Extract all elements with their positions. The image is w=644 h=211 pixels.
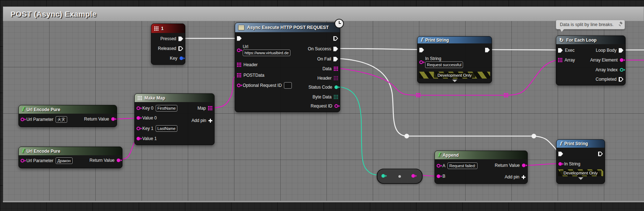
pin-url[interactable]: Url https://www.virtualbird.de <box>237 45 290 56</box>
string-pin-icon[interactable] <box>137 127 140 130</box>
int-pin-icon[interactable] <box>334 85 338 89</box>
string-pin-icon[interactable] <box>137 106 140 110</box>
node-to-string-conversion[interactable] <box>377 169 423 184</box>
node-append[interactable]: f Append A Request failed: B Return Valu… <box>435 151 528 184</box>
pin-status-code[interactable]: Status Code <box>308 84 338 91</box>
exec-pin-icon[interactable] <box>619 77 623 82</box>
pin-exec-in[interactable] <box>558 150 563 157</box>
exec-pin-icon[interactable] <box>333 36 338 41</box>
pin-in-string[interactable]: In String Request successful <box>419 56 463 68</box>
pin-key-0[interactable]: Key 0 FirstName <box>137 105 177 112</box>
node-url-encode-pure-1[interactable]: f Url Encode Pure Url Parameter 火灾 Retur… <box>18 105 117 127</box>
exec-pin-icon[interactable] <box>237 36 242 41</box>
exec-pin-icon[interactable] <box>333 47 338 51</box>
pin-completed[interactable]: Completed <box>596 76 623 83</box>
node-print-string-2[interactable]: f Print String In String Development Onl… <box>556 139 605 184</box>
node-for-each-loop-header[interactable]: ↻ For Each Loop <box>556 36 625 44</box>
pin-exec-out[interactable] <box>485 46 490 54</box>
exec-pin-icon[interactable] <box>598 152 603 156</box>
comment-title-bar[interactable]: POST (Async) Example <box>3 7 644 21</box>
pin-url-parameter[interactable]: Url Parameter 火灾 <box>21 116 67 123</box>
exec-pin-icon[interactable] <box>178 46 183 51</box>
pin-return-value[interactable]: Return Value <box>90 157 120 164</box>
pin-header-out[interactable]: Header <box>317 75 338 82</box>
exec-pin-icon[interactable] <box>333 57 338 62</box>
pin-b[interactable]: B <box>437 173 445 180</box>
pin-exec-out[interactable] <box>598 150 603 157</box>
string-pin-icon[interactable] <box>437 174 440 178</box>
expand-arrow-icon[interactable] <box>452 80 457 82</box>
string-pin-icon[interactable] <box>137 137 140 140</box>
node-keyboard-1[interactable]: 1 Pressed Released Key <box>151 24 185 65</box>
in-string-field[interactable]: Request successful <box>425 62 463 68</box>
pin-data[interactable]: Data <box>323 65 338 72</box>
map-pin-icon[interactable] <box>334 76 338 80</box>
string-pin-icon[interactable] <box>117 159 120 162</box>
pin-exec-in[interactable] <box>419 46 424 54</box>
string-pin-icon[interactable] <box>21 118 24 121</box>
exec-pin-icon[interactable] <box>558 152 563 156</box>
node-comment-bubble[interactable]: Data is split by line breaks. <box>556 20 625 29</box>
map-pin-icon[interactable] <box>334 67 338 71</box>
pin-released[interactable]: Released <box>158 45 183 52</box>
pushpin-icon[interactable] <box>619 22 622 26</box>
key-1-field[interactable]: LastName <box>156 125 177 132</box>
string-pin-icon[interactable] <box>21 159 24 163</box>
node-url-encode-pure-2[interactable]: f Url Encode Pure Url Parameter Дракон R… <box>18 147 122 168</box>
exec-pin-icon[interactable] <box>178 37 183 41</box>
string-pin-icon[interactable] <box>334 104 338 108</box>
pin-pressed[interactable]: Pressed <box>160 35 183 42</box>
pin-loop-body[interactable]: Loop Body <box>596 47 623 54</box>
plus-icon[interactable] <box>522 175 526 179</box>
url-parameter-field[interactable]: 火灾 <box>56 116 67 123</box>
pin-map-out[interactable]: Map <box>198 105 212 112</box>
pin-byte-data[interactable]: Byte Data <box>312 93 338 101</box>
string-pin-icon[interactable] <box>137 116 140 120</box>
string-pin-icon[interactable] <box>620 58 623 62</box>
map-pin-icon[interactable] <box>237 73 241 77</box>
expand-arrow-icon[interactable] <box>578 177 583 180</box>
url-parameter-field[interactable]: Дракон <box>56 157 73 164</box>
node-make-map-header[interactable]: Make Map <box>135 94 214 102</box>
string-pin-icon[interactable] <box>522 164 526 167</box>
node-print-string-2-header[interactable]: f Print String <box>557 140 605 148</box>
map-pin-icon[interactable] <box>237 63 241 67</box>
node-async-post[interactable]: Async Execute HTTP POST REQUEST Url http… <box>235 22 340 112</box>
pin-array[interactable]: Array <box>558 56 575 64</box>
node-url-encode-pure-1-header[interactable]: f Url Encode Pure <box>19 105 117 114</box>
array-pin-icon[interactable] <box>334 95 338 99</box>
pin-exec-in[interactable] <box>237 35 242 42</box>
node-url-encode-pure-2-header[interactable]: f Url Encode Pure <box>19 147 122 155</box>
pin-exec[interactable]: Exec <box>558 47 575 54</box>
pin-optional-request-id[interactable]: Optional Request ID <box>237 82 292 89</box>
string-pin-icon[interactable] <box>558 162 562 166</box>
int-pin-icon[interactable] <box>620 68 623 72</box>
key-0-field[interactable]: FirstName <box>156 105 178 111</box>
key-pin-icon[interactable] <box>180 56 183 60</box>
pin-array-index[interactable]: Array Index <box>596 66 623 73</box>
string-pin-icon[interactable] <box>111 117 115 121</box>
pin-on-success[interactable]: On Success <box>308 45 338 52</box>
pin-in-string[interactable]: In String <box>558 160 580 168</box>
plus-icon[interactable] <box>208 119 212 123</box>
a-field[interactable]: Request failed: <box>448 163 477 169</box>
array-pin-icon[interactable] <box>558 58 562 62</box>
pin-return-value[interactable]: Return Value <box>495 162 526 169</box>
string-pin-icon[interactable] <box>437 164 440 168</box>
pin-exec-out[interactable] <box>333 35 338 42</box>
pin-request-id[interactable]: Request ID <box>311 102 338 110</box>
pin-key[interactable]: Key <box>170 55 183 62</box>
add-pin-button[interactable]: Add pin <box>505 173 526 181</box>
optional-request-id-field[interactable] <box>284 82 292 89</box>
string-pin-icon[interactable] <box>411 174 415 178</box>
node-async-header[interactable]: Async Execute HTTP POST REQUEST <box>235 23 340 32</box>
node-make-map[interactable]: Make Map Key 0 FirstName Value 0 Key 1 L… <box>134 93 215 145</box>
map-pin-icon[interactable] <box>208 106 212 110</box>
add-pin-button[interactable]: Add pin <box>191 117 212 124</box>
string-pin-icon[interactable] <box>237 48 241 52</box>
pin-array-element[interactable]: Array Element <box>590 56 623 64</box>
pin-return-value[interactable]: Return Value <box>84 115 115 123</box>
node-append-header[interactable]: f Append <box>435 151 527 159</box>
node-keyboard-1-header[interactable]: 1 <box>151 24 185 33</box>
string-pin-icon[interactable] <box>237 84 241 87</box>
